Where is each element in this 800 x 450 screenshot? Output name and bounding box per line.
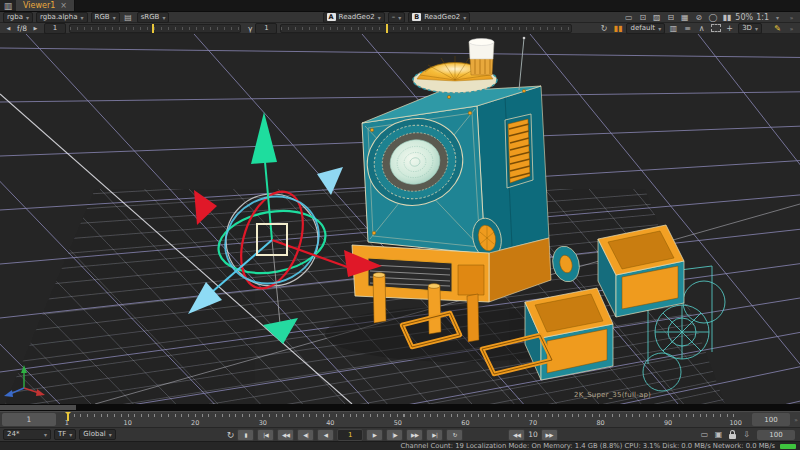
status-text: Channel Count: 19 Localization Mode: On … xyxy=(401,442,776,450)
play-backward-button[interactable]: ◀ xyxy=(317,429,334,441)
pause-render-icon[interactable]: ▮▮ xyxy=(612,24,623,33)
chevron-down-icon: ▾ xyxy=(463,13,466,22)
timeline-tick-label: 20 xyxy=(191,419,199,427)
frame-range-mode-dropdown[interactable]: Global▾ xyxy=(79,429,115,440)
increment-frame-button[interactable]: ▶▶ xyxy=(541,429,558,441)
range-start-field[interactable]: 1 xyxy=(2,413,56,426)
step-back-button[interactable]: ◀| xyxy=(297,429,314,441)
gain-slider-handle[interactable] xyxy=(152,24,154,33)
wipe-icon[interactable]: ∧ xyxy=(696,24,707,33)
current-frame-field[interactable]: 1 xyxy=(337,429,363,441)
timeline-tick-label: 50 xyxy=(394,419,402,427)
edit-overlay-icon[interactable]: ✎ xyxy=(772,24,783,33)
chevron-down-icon: ▾ xyxy=(378,13,381,22)
robot-cup xyxy=(469,39,494,76)
render-range-icon[interactable]: ▣ xyxy=(713,430,724,439)
alpha-channel-dropdown[interactable]: rgba.alpha▾ xyxy=(36,12,88,23)
gizmo-y-axis[interactable] xyxy=(265,162,272,240)
viewer-lut-dropdown[interactable]: sRGB▾ xyxy=(137,12,170,23)
downrez-icon[interactable]: ▥ xyxy=(668,24,679,33)
gamma-value-field[interactable]: 1 xyxy=(255,23,277,34)
play-forward-fast-button[interactable]: ▶▶ xyxy=(406,429,423,441)
layer-dropdown[interactable]: rgba▾ xyxy=(3,12,33,23)
health-indicator xyxy=(780,444,796,449)
tab-bar: ▥ Viewer1 × xyxy=(0,0,800,12)
play-forward-button[interactable]: ▶ xyxy=(366,429,383,441)
loop-mode-icon[interactable]: ↻ xyxy=(227,430,235,440)
timeline-tick-label: 60 xyxy=(461,419,469,427)
stop-button[interactable]: ▮ xyxy=(237,429,254,441)
tf-dropdown[interactable]: TF▾ xyxy=(54,429,76,440)
robot-antenna xyxy=(519,37,525,90)
range-end-field[interactable]: 100 xyxy=(752,413,790,426)
cliptest-icon[interactable]: ◯ xyxy=(707,13,718,22)
input-a-dropdown[interactable]: A ReadGeo2 ▾ xyxy=(323,12,385,23)
gain-display-icon[interactable]: ▦ xyxy=(679,13,690,22)
collapse-toolbar-icon[interactable]: » xyxy=(786,24,797,33)
tab-viewer1[interactable]: Viewer1 × xyxy=(16,0,75,11)
gain-value-field[interactable]: 1 xyxy=(44,23,66,34)
gamma-slider[interactable] xyxy=(280,24,572,33)
playback-cache-dropdown[interactable]: default▾ xyxy=(626,23,665,34)
viewport-3d[interactable]: 2K_Super_35(full-ap) xyxy=(0,34,800,404)
chevron-down-icon: ▾ xyxy=(26,13,29,22)
pause-display-icon[interactable]: ▮▮ xyxy=(721,13,732,22)
zoom-level-value[interactable]: 50% xyxy=(735,13,753,22)
format-label: 2K_Super_35(full-ap) xyxy=(574,391,651,399)
pane-menu-icon[interactable]: ▥ xyxy=(0,0,16,11)
save-range-icon[interactable]: ⇩ xyxy=(741,430,752,439)
timeline-tick-label: 1 xyxy=(65,419,69,427)
fps-dropdown[interactable]: 24*▾ xyxy=(3,429,51,440)
input-b-dropdown[interactable]: B ReadGeo2 ▾ xyxy=(408,12,470,23)
gizmo-z-plane-handle[interactable] xyxy=(317,167,343,195)
timeline-ruler[interactable]: 1102030405060708090100 xyxy=(60,412,748,427)
chevron-down-icon: ▾ xyxy=(755,24,758,33)
ab-blend-dropdown[interactable]: –▾ xyxy=(388,12,406,23)
gamma-slider-handle[interactable] xyxy=(386,24,388,33)
proxy-ratio-value[interactable]: 1:1 xyxy=(756,13,769,22)
refresh-icon[interactable]: ↻ xyxy=(598,24,609,33)
goto-start-button[interactable]: |◀ xyxy=(257,429,274,441)
frame-increment-value[interactable]: 10 xyxy=(528,430,538,439)
gain-step-up-icon[interactable]: ▶ xyxy=(30,24,41,33)
selection-mode-icon[interactable]: + xyxy=(724,24,735,33)
goto-end-button[interactable]: ▶| xyxy=(426,429,443,441)
chevron-down-icon: ▾ xyxy=(658,24,661,33)
timeline-tick-label: 80 xyxy=(596,419,604,427)
view-mode-dropdown[interactable]: 3D▾ xyxy=(738,23,762,34)
collapse-toolbar-icon[interactable]: » xyxy=(786,13,797,22)
float-window-icon[interactable]: ⊡ xyxy=(637,13,648,22)
step-forward-button[interactable]: |▶ xyxy=(386,429,403,441)
trailer-crate-rear xyxy=(598,225,684,317)
chevron-down-icon: ▾ xyxy=(44,430,47,439)
display-monitor-icon[interactable]: ⊟ xyxy=(665,13,676,22)
timeline-edge-icon[interactable]: » xyxy=(792,412,800,427)
chevron-down-icon[interactable]: ▾ xyxy=(772,13,783,22)
decrement-frame-button[interactable]: ◀◀ xyxy=(508,429,525,441)
close-icon[interactable]: × xyxy=(60,1,67,10)
monitor-output-icon[interactable]: ▭ xyxy=(623,13,634,22)
roi-box-icon[interactable] xyxy=(710,24,721,33)
timeline: 1 1102030405060708090100 100 » xyxy=(0,411,800,427)
play-backward-fast-button[interactable]: ◀◀ xyxy=(277,429,294,441)
gizmo-x-plane-handle[interactable] xyxy=(194,190,217,225)
display-style-icon[interactable]: ▤ xyxy=(123,13,134,22)
gain-step-down-icon[interactable]: ◀ xyxy=(3,24,14,33)
checkerboard-icon[interactable]: ▨ xyxy=(651,13,662,22)
chevron-down-icon: ▾ xyxy=(69,430,72,439)
robot-model[interactable] xyxy=(352,37,725,391)
playback-end-field[interactable]: 100 xyxy=(757,430,795,440)
gain-slider[interactable] xyxy=(69,24,241,33)
transport-bar: 24*▾ TF▾ Global▾ ↻ ▮ |◀ ◀◀ ◀| ◀ 1 ▶ |▶ ▶… xyxy=(0,427,800,441)
lock-range-icon[interactable] xyxy=(727,430,738,439)
input-a-badge: A xyxy=(327,13,336,21)
timeline-tick-label: 90 xyxy=(664,419,672,427)
display-style-dropdown[interactable]: RGB▾ xyxy=(91,12,120,23)
transform-gizmo[interactable] xyxy=(188,112,382,344)
overlay-menu-icon[interactable]: ≡ xyxy=(682,24,693,33)
gamma-label: γ xyxy=(248,24,252,33)
loop-button[interactable]: ↻ xyxy=(446,429,463,441)
flipbook-icon[interactable]: ▭ xyxy=(699,430,710,439)
gizmo-y-arrowhead[interactable] xyxy=(251,112,277,164)
clip-warning-icon[interactable]: ⊘ xyxy=(693,13,704,22)
